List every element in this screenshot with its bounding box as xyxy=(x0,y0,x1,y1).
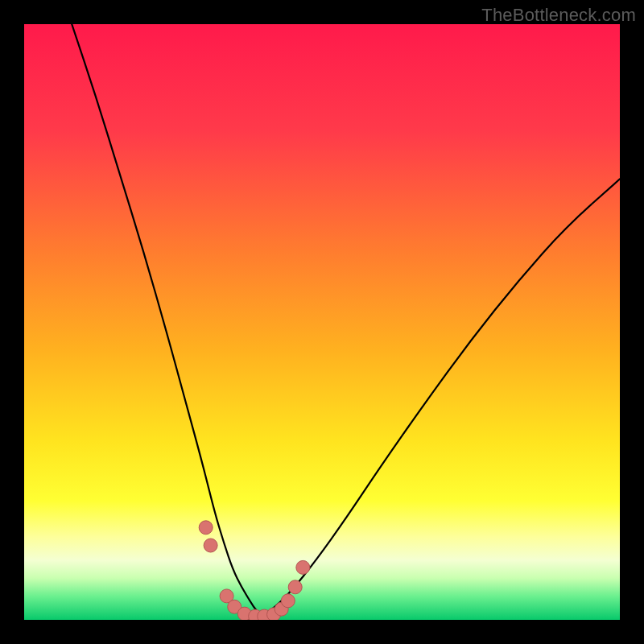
chart-frame xyxy=(24,24,620,620)
data-dot xyxy=(199,521,213,535)
data-dot xyxy=(281,594,295,608)
data-dot xyxy=(288,580,302,594)
gradient-background xyxy=(24,24,620,620)
data-dot xyxy=(296,560,310,574)
bottleneck-chart xyxy=(24,24,620,620)
watermark-text: TheBottleneck.com xyxy=(481,5,636,26)
data-dot xyxy=(204,539,217,552)
